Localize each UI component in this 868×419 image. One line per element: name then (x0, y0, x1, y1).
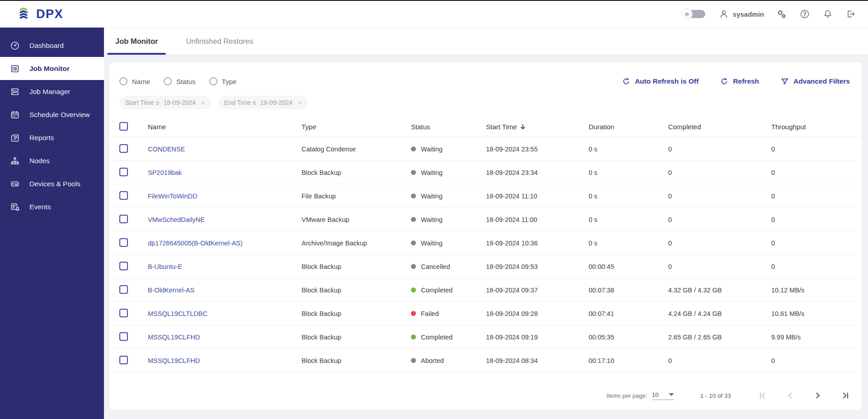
tab-label: Job Monitor (115, 37, 158, 46)
tab-job-monitor[interactable]: Job Monitor (107, 28, 166, 55)
previous-page-button[interactable] (786, 391, 795, 400)
sidebar-item-events[interactable]: Events (0, 195, 104, 218)
throughput: 0 (771, 193, 852, 200)
start-time: 18-09-2024 08:34 (486, 357, 589, 364)
advanced-filters-label: Advanced Filters (793, 77, 850, 85)
duration: 0 s (589, 240, 668, 247)
job-name-link[interactable]: MSSQL19CLTLDBC (148, 310, 208, 317)
column-header-status[interactable]: Status (411, 123, 486, 131)
chip-close-icon[interactable]: × (298, 99, 302, 107)
column-header-start-time[interactable]: Start Time (486, 123, 589, 131)
sidebar-item-label: Reports (29, 134, 54, 142)
table-row: VMwSchedDailyNE VMware Backup Waiting 18… (109, 208, 862, 231)
chip-label: Start Time ≥ (125, 99, 159, 106)
job-name-link[interactable]: dp1726645005(B-OldKernel-AS) (148, 240, 243, 247)
duration: 0 s (589, 146, 668, 153)
job-name-link[interactable]: MSSQL19CLFHD (148, 334, 200, 341)
chip-label: End Time ≤ (224, 99, 256, 106)
refresh-button[interactable]: Refresh (720, 77, 759, 85)
tab-unfinished-restores[interactable]: Unfinished Restores (178, 28, 261, 55)
throughput: 9.99 MB/s (771, 334, 852, 341)
advanced-filters-button[interactable]: Advanced Filters (781, 77, 850, 85)
radio-label: Name (132, 78, 150, 85)
column-header-throughput[interactable]: Throughput (771, 123, 852, 131)
sidebar-item-schedule-overview[interactable]: Schedule Overview (0, 103, 104, 126)
help-icon[interactable] (799, 9, 810, 19)
last-page-button[interactable] (841, 391, 850, 400)
row-checkbox[interactable] (119, 215, 128, 223)
table-row: B-OldKernel-AS Block Backup Completed 18… (109, 278, 862, 302)
column-header-name[interactable]: Name (148, 123, 302, 131)
tabbar: Job Monitor Unfinished Restores (104, 28, 868, 55)
radio-circle (209, 77, 217, 85)
job-type: Block Backup (302, 357, 411, 364)
first-page-button[interactable] (758, 391, 767, 400)
reports-icon (10, 133, 20, 143)
completed: 0 (668, 193, 771, 200)
status-dot (411, 358, 416, 363)
sidebar-item-dashboard[interactable]: Dashboard (0, 34, 104, 57)
job-name-link[interactable]: B-OldKernel-AS (148, 287, 194, 294)
row-checkbox[interactable] (119, 285, 128, 294)
refresh-icon (720, 77, 728, 85)
user-menu[interactable]: sysadmin (718, 9, 764, 19)
row-checkbox[interactable] (119, 356, 128, 364)
logo-text: DPX (36, 7, 63, 21)
row-checkbox[interactable] (119, 238, 128, 247)
nodes-icon (10, 156, 20, 166)
username: sysadmin (733, 10, 764, 18)
duration: 0 s (589, 169, 668, 176)
select-all-checkbox[interactable] (119, 122, 128, 131)
column-header-duration[interactable]: Duration (589, 123, 668, 131)
sidebar-item-job-manager[interactable]: Job Manager (0, 80, 104, 103)
items-per-page-select[interactable]: 10 (652, 391, 674, 400)
chip-value: 18-09-2024 (163, 99, 196, 106)
filter-chips: Start Time ≥ 18-09-2024 × End Time ≤ 18-… (109, 96, 862, 109)
job-name-link[interactable]: VMwSchedDailyNE (148, 216, 205, 223)
row-checkbox[interactable] (119, 262, 128, 270)
chevron-down-icon (669, 393, 674, 396)
events-icon (10, 202, 20, 212)
completed: 4.24 GB / 4.24 GB (668, 310, 771, 317)
column-header-type[interactable]: Type (302, 123, 411, 131)
duration: 00:05:35 (589, 334, 668, 341)
table-body: CONDENSE Catalog Condense Waiting 18-09-… (109, 137, 862, 372)
job-name-link[interactable]: MSSQL19CLFHD (148, 357, 200, 364)
job-name-link[interactable]: B-Ubuntu-E (148, 263, 182, 270)
sidebar-item-devices-pools[interactable]: Devices & Pools (0, 172, 104, 195)
auto-refresh-button[interactable]: Auto Refresh is Off (622, 77, 698, 85)
status-label: Waiting (421, 193, 443, 200)
status-dot (411, 146, 416, 151)
devices-icon (10, 179, 20, 189)
job-name-link[interactable]: SP2019bak (148, 169, 182, 176)
next-page-button[interactable] (813, 391, 822, 400)
start-time: 18-09-2024 23:55 (486, 146, 589, 153)
chip-close-icon[interactable]: × (201, 99, 205, 107)
row-checkbox[interactable] (119, 332, 128, 341)
settings-gears-icon[interactable] (776, 9, 787, 19)
job-type: Block Backup (302, 310, 411, 317)
refresh-label: Refresh (733, 77, 759, 85)
sidebar-item-nodes[interactable]: Nodes (0, 149, 104, 172)
radio-status[interactable]: Status (164, 77, 196, 85)
notifications-bell-icon[interactable] (822, 9, 833, 19)
row-checkbox[interactable] (119, 309, 128, 317)
row-checkbox[interactable] (119, 168, 128, 176)
row-checkbox[interactable] (119, 191, 128, 200)
column-header-completed[interactable]: Completed (668, 123, 771, 131)
items-per-page-label: Items per page: (606, 392, 647, 399)
radio-label: Type (222, 78, 237, 85)
logout-icon[interactable] (845, 9, 856, 19)
status-dot (411, 240, 416, 245)
sidebar-item-job-monitor[interactable]: Job Monitor (0, 57, 104, 80)
theme-settings-toggle[interactable] (682, 9, 706, 19)
status-dot (411, 287, 416, 292)
job-name-link[interactable]: CONDENSE (148, 146, 185, 153)
row-checkbox[interactable] (119, 144, 128, 153)
job-name-link[interactable]: FileWinToWinDD (148, 193, 198, 200)
radio-name[interactable]: Name (119, 77, 150, 85)
duration: 00:17:10 (589, 357, 668, 364)
sidebar-item-reports[interactable]: Reports (0, 126, 104, 149)
radio-type[interactable]: Type (209, 77, 237, 85)
items-per-page-value: 10 (652, 391, 659, 398)
